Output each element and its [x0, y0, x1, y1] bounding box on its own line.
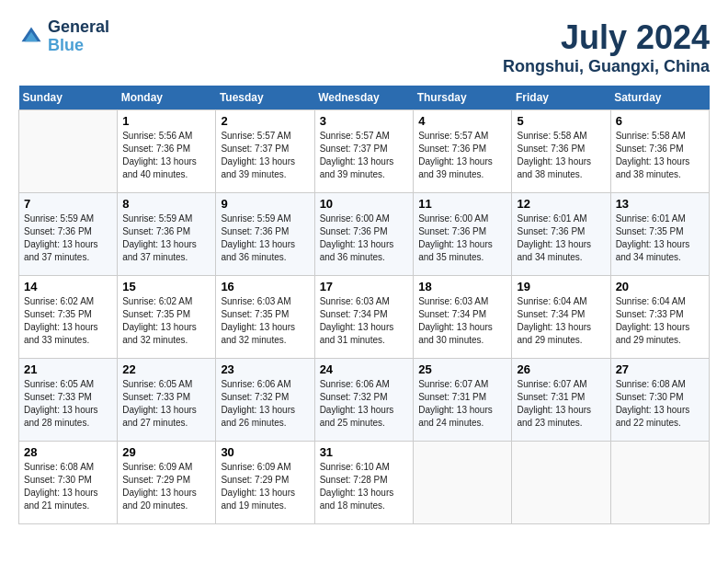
day-number: 28	[24, 445, 112, 459]
page-header: General Blue July 2024 Rongshui, Guangxi…	[18, 18, 710, 76]
calendar-cell: 15Sunrise: 6:02 AMSunset: 7:35 PMDayligh…	[118, 276, 216, 359]
location-title: Rongshui, Guangxi, China	[503, 57, 710, 76]
calendar-cell: 6Sunrise: 5:58 AMSunset: 7:36 PMDaylight…	[610, 110, 709, 193]
calendar-week-row: 14Sunrise: 6:02 AMSunset: 7:35 PMDayligh…	[19, 276, 710, 359]
cell-info: Sunrise: 6:01 AMSunset: 7:36 PMDaylight:…	[517, 213, 605, 264]
logo: General Blue	[18, 18, 109, 55]
day-number: 20	[616, 280, 704, 293]
cell-info: Sunrise: 5:59 AMSunset: 7:36 PMDaylight:…	[221, 213, 309, 264]
cell-info: Sunrise: 5:58 AMSunset: 7:36 PMDaylight:…	[616, 130, 704, 181]
cell-info: Sunrise: 6:03 AMSunset: 7:34 PMDaylight:…	[418, 295, 506, 347]
cell-info: Sunrise: 6:03 AMSunset: 7:35 PMDaylight:…	[221, 295, 309, 347]
cell-info: Sunrise: 6:03 AMSunset: 7:34 PMDaylight:…	[320, 295, 409, 347]
calendar-cell: 7Sunrise: 5:59 AMSunset: 7:36 PMDaylight…	[19, 193, 118, 276]
cell-info: Sunrise: 6:05 AMSunset: 7:33 PMDaylight:…	[122, 378, 210, 430]
calendar-cell: 31Sunrise: 6:10 AMSunset: 7:28 PMDayligh…	[314, 442, 414, 524]
calendar-cell: 10Sunrise: 6:00 AMSunset: 7:36 PMDayligh…	[314, 193, 414, 276]
calendar-cell: 19Sunrise: 6:04 AMSunset: 7:34 PMDayligh…	[512, 276, 610, 359]
calendar-week-row: 21Sunrise: 6:05 AMSunset: 7:33 PMDayligh…	[19, 359, 710, 442]
cell-info: Sunrise: 6:07 AMSunset: 7:31 PMDaylight:…	[418, 378, 506, 430]
cell-info: Sunrise: 6:01 AMSunset: 7:35 PMDaylight:…	[616, 213, 704, 264]
day-number: 14	[24, 280, 112, 293]
day-number: 18	[418, 280, 506, 293]
cell-info: Sunrise: 6:08 AMSunset: 7:30 PMDaylight:…	[616, 378, 704, 430]
day-number: 3	[320, 114, 409, 128]
cell-info: Sunrise: 6:04 AMSunset: 7:34 PMDaylight:…	[517, 295, 605, 347]
calendar-cell: 23Sunrise: 6:06 AMSunset: 7:32 PMDayligh…	[216, 359, 314, 442]
day-number: 21	[24, 362, 112, 376]
day-number: 23	[221, 362, 309, 376]
cell-info: Sunrise: 5:59 AMSunset: 7:36 PMDaylight:…	[122, 213, 210, 264]
month-title: July 2024	[503, 18, 710, 57]
logo-text: General Blue	[48, 18, 109, 55]
calendar-cell: 30Sunrise: 6:09 AMSunset: 7:29 PMDayligh…	[216, 442, 314, 524]
cell-info: Sunrise: 6:00 AMSunset: 7:36 PMDaylight:…	[418, 213, 506, 264]
day-number: 7	[24, 197, 112, 211]
day-number: 10	[320, 197, 409, 211]
calendar-cell	[414, 442, 512, 524]
calendar-cell: 22Sunrise: 6:05 AMSunset: 7:33 PMDayligh…	[118, 359, 216, 442]
calendar-cell: 24Sunrise: 6:06 AMSunset: 7:32 PMDayligh…	[314, 359, 414, 442]
day-number: 17	[320, 280, 409, 293]
weekday-header-row: SundayMondayTuesdayWednesdayThursdayFrid…	[19, 86, 710, 110]
cell-info: Sunrise: 5:56 AMSunset: 7:36 PMDaylight:…	[122, 130, 210, 181]
calendar-cell: 29Sunrise: 6:09 AMSunset: 7:29 PMDayligh…	[118, 442, 216, 524]
day-number: 27	[616, 362, 704, 376]
calendar-cell: 16Sunrise: 6:03 AMSunset: 7:35 PMDayligh…	[216, 276, 314, 359]
cell-info: Sunrise: 6:09 AMSunset: 7:29 PMDaylight:…	[221, 461, 309, 512]
cell-info: Sunrise: 6:08 AMSunset: 7:30 PMDaylight:…	[24, 461, 112, 512]
calendar-cell: 4Sunrise: 5:57 AMSunset: 7:36 PMDaylight…	[414, 110, 512, 193]
day-number: 19	[517, 280, 605, 293]
calendar-cell: 11Sunrise: 6:00 AMSunset: 7:36 PMDayligh…	[414, 193, 512, 276]
calendar-cell: 21Sunrise: 6:05 AMSunset: 7:33 PMDayligh…	[19, 359, 118, 442]
cell-info: Sunrise: 6:09 AMSunset: 7:29 PMDaylight:…	[122, 461, 210, 512]
day-number: 9	[221, 197, 309, 211]
calendar-cell: 8Sunrise: 5:59 AMSunset: 7:36 PMDaylight…	[118, 193, 216, 276]
day-number: 30	[221, 445, 309, 459]
day-number: 13	[616, 197, 704, 211]
day-number: 1	[122, 114, 210, 128]
calendar-cell: 14Sunrise: 6:02 AMSunset: 7:35 PMDayligh…	[19, 276, 118, 359]
calendar-cell: 27Sunrise: 6:08 AMSunset: 7:30 PMDayligh…	[610, 359, 709, 442]
weekday-header-friday: Friday	[512, 86, 610, 110]
day-number: 4	[418, 114, 506, 128]
cell-info: Sunrise: 6:02 AMSunset: 7:35 PMDaylight:…	[24, 295, 112, 347]
day-number: 24	[320, 362, 409, 376]
calendar-week-row: 28Sunrise: 6:08 AMSunset: 7:30 PMDayligh…	[19, 442, 710, 524]
day-number: 22	[122, 362, 210, 376]
day-number: 26	[517, 362, 605, 376]
calendar-cell: 1Sunrise: 5:56 AMSunset: 7:36 PMDaylight…	[118, 110, 216, 193]
cell-info: Sunrise: 5:58 AMSunset: 7:36 PMDaylight:…	[517, 130, 605, 181]
cell-info: Sunrise: 6:00 AMSunset: 7:36 PMDaylight:…	[320, 213, 409, 264]
calendar-week-row: 1Sunrise: 5:56 AMSunset: 7:36 PMDaylight…	[19, 110, 710, 193]
title-section: July 2024 Rongshui, Guangxi, China	[503, 18, 710, 76]
calendar-cell: 5Sunrise: 5:58 AMSunset: 7:36 PMDaylight…	[512, 110, 610, 193]
day-number: 15	[122, 280, 210, 293]
day-number: 12	[517, 197, 605, 211]
day-number: 29	[122, 445, 210, 459]
calendar-cell	[19, 110, 118, 193]
weekday-header-monday: Monday	[118, 86, 216, 110]
calendar-cell	[610, 442, 709, 524]
day-number: 11	[418, 197, 506, 211]
cell-info: Sunrise: 6:05 AMSunset: 7:33 PMDaylight:…	[24, 378, 112, 430]
day-number: 16	[221, 280, 309, 293]
calendar-cell: 18Sunrise: 6:03 AMSunset: 7:34 PMDayligh…	[414, 276, 512, 359]
logo-icon	[18, 24, 44, 50]
calendar-cell: 20Sunrise: 6:04 AMSunset: 7:33 PMDayligh…	[610, 276, 709, 359]
weekday-header-tuesday: Tuesday	[216, 86, 314, 110]
cell-info: Sunrise: 6:10 AMSunset: 7:28 PMDaylight:…	[320, 461, 409, 512]
calendar-cell: 9Sunrise: 5:59 AMSunset: 7:36 PMDaylight…	[216, 193, 314, 276]
calendar-cell: 2Sunrise: 5:57 AMSunset: 7:37 PMDaylight…	[216, 110, 314, 193]
weekday-header-sunday: Sunday	[19, 86, 118, 110]
weekday-header-saturday: Saturday	[610, 86, 709, 110]
calendar-cell: 26Sunrise: 6:07 AMSunset: 7:31 PMDayligh…	[512, 359, 610, 442]
weekday-header-wednesday: Wednesday	[314, 86, 414, 110]
cell-info: Sunrise: 5:57 AMSunset: 7:36 PMDaylight:…	[418, 130, 506, 181]
calendar-cell: 25Sunrise: 6:07 AMSunset: 7:31 PMDayligh…	[414, 359, 512, 442]
day-number: 2	[221, 114, 309, 128]
cell-info: Sunrise: 5:57 AMSunset: 7:37 PMDaylight:…	[221, 130, 309, 181]
day-number: 6	[616, 114, 704, 128]
calendar-cell: 13Sunrise: 6:01 AMSunset: 7:35 PMDayligh…	[610, 193, 709, 276]
day-number: 8	[122, 197, 210, 211]
